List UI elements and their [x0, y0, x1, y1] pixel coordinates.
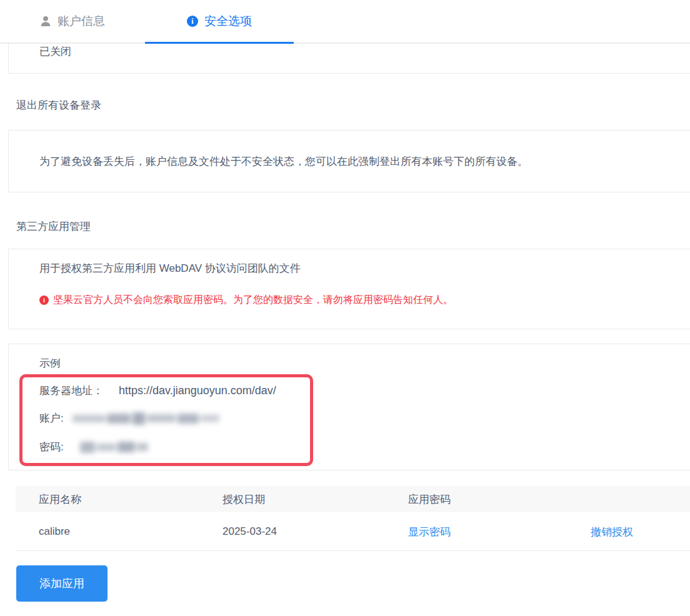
tab-security-options[interactable]: i 安全选项: [145, 0, 294, 42]
logout-section-title: 退出所有设备登录: [16, 97, 101, 114]
tab-account-label: 账户信息: [58, 13, 105, 29]
example-title: 示例: [39, 355, 61, 372]
auth-date-cell: 2025-03-24: [222, 525, 277, 538]
app-name-cell: calibre: [39, 525, 70, 538]
password-row: 密码:: [39, 439, 148, 455]
add-app-button[interactable]: 添加应用: [16, 565, 108, 602]
tab-account-info[interactable]: 账户信息: [0, 0, 145, 42]
person-icon: [40, 16, 51, 27]
revoke-auth-link[interactable]: 撤销授权: [591, 524, 633, 539]
table-header-row: 应用名称 授权日期 应用密码: [16, 486, 690, 512]
two-step-status-panel: 已关闭: [8, 44, 690, 74]
warning-icon: i: [39, 296, 49, 305]
logout-panel: 为了避免设备丢失后，账户信息及文件处于不安全状态，您可以在此强制登出所有本账号下…: [8, 130, 690, 192]
header-auth-date: 授权日期: [222, 492, 265, 507]
security-warning-row: i 坚果云官方人员不会向您索取应用密码。为了您的数据安全，请勿将应用密码告知任何…: [39, 293, 453, 307]
server-address-row: 服务器地址： https://dav.jianguoyun.com/dav/: [39, 384, 276, 398]
two-step-status-text: 已关闭: [39, 44, 71, 60]
table-row: calibre 2025-03-24 显示密码 撤销授权: [16, 512, 690, 551]
server-address-label: 服务器地址：: [39, 384, 103, 398]
header-app-password: 应用密码: [408, 492, 451, 507]
webdav-panel: 用于授权第三方应用利用 WebDAV 协议访问团队的文件 i 坚果云官方人员不会…: [8, 249, 690, 329]
info-icon: i: [187, 16, 198, 27]
account-row: 账户:: [39, 410, 219, 426]
security-settings-page: 账户信息 i 安全选项 已关闭 退出所有设备登录 为了避免设备丢失后，账户信息及…: [0, 0, 690, 616]
redacted-password-value: [80, 439, 148, 455]
third-party-section-title: 第三方应用管理: [16, 219, 91, 235]
tab-bar: 账户信息 i 安全选项: [0, 0, 690, 44]
server-address-value: https://dav.jianguoyun.com/dav/: [119, 384, 276, 397]
password-label: 密码:: [39, 440, 64, 454]
header-app-name: 应用名称: [39, 492, 81, 507]
show-password-link[interactable]: 显示密码: [408, 524, 451, 539]
webdav-example-panel: 示例 服务器地址： https://dav.jianguoyun.com/dav…: [8, 344, 690, 470]
authorized-apps-table: 应用名称 授权日期 应用密码 calibre 2025-03-24 显示密码 撤…: [16, 486, 690, 551]
webdav-description: 用于授权第三方应用利用 WebDAV 协议访问团队的文件: [39, 261, 301, 277]
security-warning-text: 坚果云官方人员不会向您索取应用密码。为了您的数据安全，请勿将应用密码告知任何人。: [53, 293, 453, 307]
account-label: 账户:: [39, 411, 64, 425]
logout-description: 为了避免设备丢失后，账户信息及文件处于不安全状态，您可以在此强制登出所有本账号下…: [9, 154, 528, 169]
redacted-account-value: [72, 410, 219, 426]
tab-security-label: 安全选项: [204, 13, 252, 29]
